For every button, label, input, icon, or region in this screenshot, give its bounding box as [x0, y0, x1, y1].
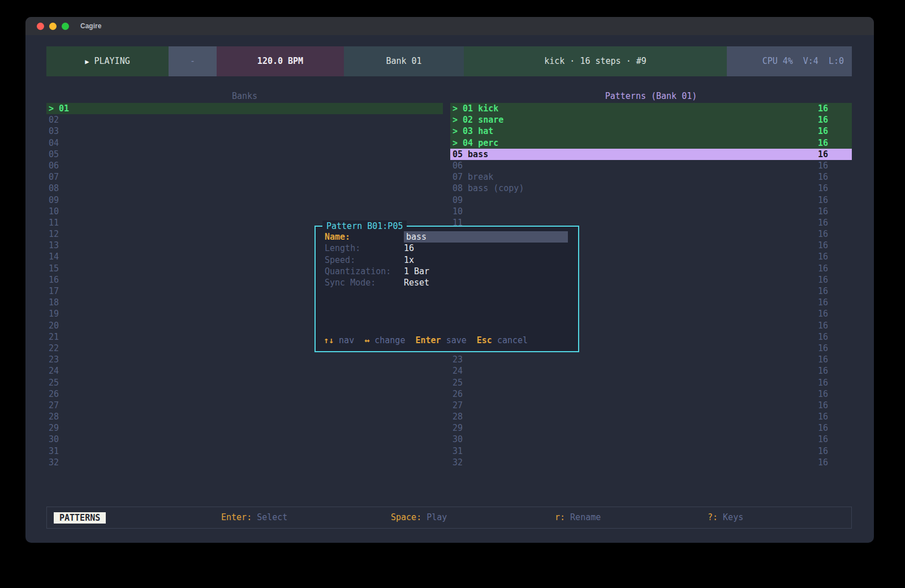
bank-row[interactable]: 03 — [46, 126, 443, 137]
status-bar: ▶PLAYING - 120.0 BPM Bank 01 kick · 16 s… — [46, 46, 852, 76]
pattern-row[interactable]: 3116 — [450, 446, 852, 457]
bank-row[interactable]: 02 — [46, 114, 443, 126]
pattern-label: > 04 perc — [453, 138, 498, 148]
field-label: Length: — [325, 243, 360, 254]
bank-row[interactable]: 07 — [46, 171, 443, 183]
footer-hint: Enter: Select — [221, 507, 287, 528]
bank-label: 07 — [49, 172, 59, 182]
pattern-row[interactable]: 0616 — [450, 160, 852, 171]
pattern-row[interactable]: 08 bass (copy)16 — [450, 183, 852, 194]
pattern-length: 16 — [818, 171, 828, 183]
bank-row[interactable]: 08 — [46, 183, 443, 194]
pattern-length: 16 — [818, 160, 828, 171]
pattern-row[interactable]: 2316 — [450, 354, 852, 365]
pattern-length: 16 — [818, 194, 828, 206]
bank-row[interactable]: 04 — [46, 137, 443, 149]
pattern-row[interactable]: 05 bass16 — [450, 149, 852, 160]
bank-label: 30 — [49, 434, 59, 444]
close-button[interactable] — [37, 23, 44, 30]
bank-label: 31 — [49, 446, 59, 456]
pattern-label: > 01 kick — [453, 103, 498, 114]
pattern-row[interactable]: 2816 — [450, 411, 852, 422]
field-value: 1 Bar — [404, 266, 429, 277]
pattern-row[interactable]: 0916 — [450, 194, 852, 206]
pattern-label: 29 — [453, 423, 463, 433]
bank-row[interactable]: 25 — [46, 377, 443, 388]
cpu-stat: CPU 4% — [762, 56, 793, 66]
pattern-row[interactable]: > 01 kick16 — [450, 103, 852, 114]
pattern-length: 16 — [818, 137, 828, 149]
bank-label: 29 — [49, 423, 59, 433]
pattern-label: 08 bass (copy) — [453, 183, 524, 193]
pattern-length: 16 — [818, 446, 828, 457]
bank-label: 15 — [49, 263, 59, 274]
patterns-panel-title: Patterns (Bank 01) — [450, 90, 852, 102]
hint-action: save — [446, 335, 467, 345]
pattern-row[interactable]: 2716 — [450, 400, 852, 411]
bank-row[interactable]: 06 — [46, 160, 443, 171]
bank-row[interactable]: 28 — [46, 411, 443, 422]
bank-row[interactable]: 05 — [46, 149, 443, 160]
bank-row[interactable]: 09 — [46, 194, 443, 206]
dialog-field[interactable]: Quantization:1 Bar — [316, 266, 578, 277]
secondary-indicator: - — [169, 46, 217, 76]
bank-display: Bank 01 — [344, 46, 464, 76]
pattern-row[interactable]: > 04 perc16 — [450, 137, 852, 149]
bank-row[interactable]: 30 — [46, 434, 443, 445]
minimize-button[interactable] — [49, 23, 57, 30]
dialog-field[interactable]: Name:bass — [316, 231, 578, 243]
bank-label: 16 — [49, 275, 59, 285]
pattern-row[interactable]: 2616 — [450, 388, 852, 400]
pattern-row[interactable]: 3016 — [450, 434, 852, 445]
hint-action: cancel — [497, 335, 528, 345]
pattern-label: 07 break — [453, 172, 493, 182]
field-label: Quantization: — [325, 266, 391, 277]
dialog-field[interactable]: Speed:1x — [316, 254, 578, 266]
field-value: bass — [406, 231, 426, 243]
pattern-row[interactable]: 1016 — [450, 206, 852, 217]
pattern-info-display: kick · 16 steps · #9 — [464, 46, 727, 76]
bank-row[interactable]: 27 — [46, 400, 443, 411]
field-value: Reset — [404, 277, 429, 288]
bank-row[interactable]: > 01 — [46, 103, 443, 114]
bank-label: 08 — [49, 183, 59, 193]
pattern-length: 16 — [818, 126, 828, 137]
bank-label: 10 — [49, 206, 59, 217]
bank-row[interactable]: 31 — [46, 446, 443, 457]
hint-key: ↔ — [364, 335, 374, 345]
pattern-row[interactable]: 07 break16 — [450, 171, 852, 183]
hint-key: ↑↓ — [324, 335, 339, 345]
pattern-row[interactable]: 2916 — [450, 422, 852, 434]
pattern-row[interactable]: 2416 — [450, 365, 852, 377]
bank-label: 12 — [49, 229, 59, 239]
pattern-label: 10 — [453, 206, 463, 217]
pattern-label: > 03 hat — [453, 126, 493, 136]
bank-row[interactable]: 10 — [46, 206, 443, 217]
pattern-length: 16 — [818, 411, 828, 422]
maximize-button[interactable] — [62, 23, 69, 30]
dialog-field[interactable]: Length:16 — [316, 243, 578, 254]
latency-stat: L:0 — [829, 56, 844, 66]
bank-row[interactable]: 29 — [46, 422, 443, 434]
pattern-row[interactable]: > 02 snare16 — [450, 114, 852, 126]
name-input[interactable]: bass — [404, 231, 568, 243]
pattern-row[interactable]: > 03 hat16 — [450, 126, 852, 137]
bank-label: 18 — [49, 297, 59, 308]
pattern-label: 24 — [453, 366, 463, 376]
bank-row[interactable]: 26 — [46, 388, 443, 400]
footer-hint: Space: Play — [391, 507, 447, 528]
pattern-row[interactable]: 2516 — [450, 377, 852, 388]
dialog-field[interactable]: Sync Mode:Reset — [316, 277, 578, 288]
bank-label: 21 — [49, 332, 59, 342]
bank-label: 28 — [49, 412, 59, 422]
footer-hint-action: Rename — [570, 512, 601, 522]
hint-key: Esc — [477, 335, 497, 345]
bank-label: 13 — [49, 240, 59, 250]
field-label: Name: — [325, 231, 350, 243]
bank-row[interactable]: 24 — [46, 365, 443, 377]
pattern-label: 30 — [453, 434, 463, 444]
pattern-row[interactable]: 3216 — [450, 457, 852, 468]
bank-row[interactable]: 32 — [46, 457, 443, 468]
pattern-length: 16 — [818, 114, 828, 126]
bank-row[interactable]: 23 — [46, 354, 443, 365]
